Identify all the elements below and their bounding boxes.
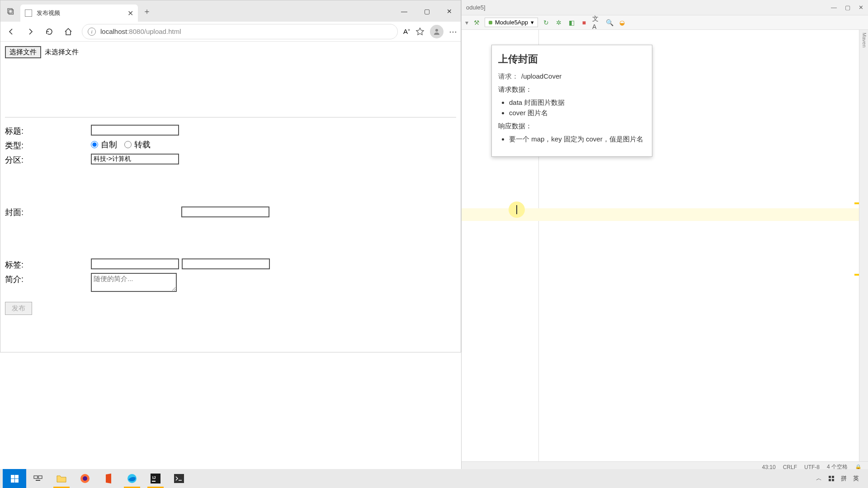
cover-input[interactable] (181, 206, 269, 217)
hammer-build-icon[interactable]: ⚒ (472, 18, 481, 27)
chevron-down-icon: ▾ (531, 19, 534, 26)
ide-toolbar: ▾ ⚒ Module5App ▾ ↻ ✲ ◧ ■ 文A 🔍 ◒ (462, 15, 868, 30)
run-config-dropdown[interactable]: Module5App ▾ (485, 18, 538, 27)
coverage-icon[interactable]: ◧ (567, 18, 576, 27)
folder-icon (56, 473, 67, 484)
browser-toolbar: i localhost:8080/upload.html A» ⋯ (0, 22, 461, 42)
system-tray: ︿ 拼 英 (816, 474, 865, 483)
minimap-mark-icon (854, 202, 859, 204)
intellij-icon: IJ (151, 474, 160, 483)
tag-input-1[interactable] (91, 258, 179, 269)
taskbar-explorer[interactable] (50, 469, 73, 488)
minimap-mark-icon (854, 274, 859, 276)
doc-response-data-label: 响应数据： (498, 122, 646, 131)
doc-request-label: 请求： (498, 72, 519, 81)
tab-actions-button[interactable] (0, 0, 20, 22)
ide-minimize-icon[interactable]: — (831, 4, 837, 11)
page-icon (25, 9, 32, 17)
ime-indicator-2[interactable]: 英 (853, 474, 859, 483)
browser-tab[interactable]: 发布视频 ✕ (20, 5, 138, 22)
category-label: 分区: (5, 154, 91, 165)
file-status-text: 未选择文件 (45, 48, 79, 56)
svg-rect-5 (36, 480, 40, 481)
taskbar-edge[interactable] (120, 469, 144, 488)
title-label: 标题: (5, 125, 91, 136)
svg-text:IJ: IJ (152, 475, 156, 480)
back-button[interactable] (3, 23, 19, 40)
profile-button[interactable] (430, 25, 443, 38)
search-icon[interactable]: 🔍 (605, 18, 614, 27)
svg-point-7 (83, 476, 87, 481)
ide-window-controls: — ▢ ✕ (831, 4, 863, 11)
reload-button[interactable] (41, 23, 57, 40)
maximize-button[interactable]: ▢ (415, 0, 438, 22)
home-icon (64, 27, 73, 36)
category-input[interactable] (91, 154, 179, 164)
start-button[interactable] (3, 469, 26, 488)
svg-rect-15 (829, 479, 831, 481)
task-view-button[interactable] (26, 469, 50, 488)
ide-titlebar: odule5] — ▢ ✕ (462, 0, 868, 15)
ide-editor-area[interactable]: 上传封面 请求： /uploadCover 请求数据： data 封面图片数据 … (462, 30, 859, 461)
minimize-button[interactable]: — (393, 0, 415, 22)
favorites-icon[interactable] (415, 27, 425, 36)
choose-file-button[interactable]: 选择文件 (5, 46, 41, 58)
svg-rect-0 (8, 9, 12, 13)
type-self-radio[interactable] (91, 141, 98, 148)
doc-request-item: cover 图片名 (509, 109, 646, 117)
divider (5, 117, 456, 117)
tray-grid-icon[interactable] (828, 475, 835, 482)
ide-actions-icon[interactable]: ◒ (618, 18, 627, 27)
svg-rect-10 (152, 481, 156, 482)
run-reload-icon[interactable]: ↻ (542, 18, 551, 27)
tags-label: 标签: (5, 258, 91, 270)
read-aloud-icon[interactable]: A» (403, 28, 410, 35)
type-label: 类型: (5, 139, 91, 151)
taskbar-firefox[interactable] (73, 469, 97, 488)
tag-input-2[interactable] (182, 258, 270, 269)
type-self-label: 自制 (101, 139, 117, 150)
title-input[interactable] (91, 125, 179, 136)
browser-titlebar: 发布视频 ✕ ＋ — ▢ ✕ (0, 0, 461, 22)
translate-icon[interactable]: 文A (592, 18, 601, 27)
doc-request-row: 请求： /uploadCover (498, 72, 646, 81)
windows-logo-icon (11, 475, 19, 483)
doc-response-list: 要一个 map，key 固定为 cover，值是图片名 (498, 135, 646, 144)
browser-window: 发布视频 ✕ ＋ — ▢ ✕ i localhost:8080/upload.h… (0, 0, 461, 352)
svg-rect-3 (34, 476, 38, 479)
taskbar-office[interactable] (97, 469, 120, 488)
doc-request-item: data 封面图片数据 (509, 99, 646, 107)
browser-menu-button[interactable]: ⋯ (449, 27, 458, 37)
editor-minimap[interactable] (854, 30, 859, 461)
forward-button[interactable] (22, 23, 38, 40)
type-repost-radio[interactable] (124, 141, 132, 148)
ide-right-sidebar[interactable]: Maven (859, 30, 868, 461)
tray-chevron-up-icon[interactable]: ︿ (816, 474, 822, 483)
ide-close-icon[interactable]: ✕ (859, 4, 863, 11)
person-icon (433, 28, 441, 36)
firefox-icon (80, 473, 90, 484)
tab-close-icon[interactable]: ✕ (127, 9, 133, 18)
ime-indicator-1[interactable]: 拼 (841, 474, 847, 483)
doc-request-list: data 封面图片数据 cover 图片名 (498, 99, 646, 117)
address-bar[interactable]: i localhost:8080/upload.html (82, 24, 398, 39)
publish-button[interactable]: 发布 (5, 302, 32, 315)
documentation-popup: 上传封面 请求： /uploadCover 请求数据： data 封面图片数据 … (491, 45, 652, 157)
new-tab-button[interactable]: ＋ (138, 0, 156, 22)
stop-icon[interactable]: ■ (580, 18, 589, 27)
taskbar-intellij[interactable]: IJ (144, 469, 167, 488)
svg-rect-12 (174, 474, 184, 483)
type-repost-label: 转载 (134, 139, 151, 150)
ide-dropdown-caret-icon[interactable]: ▾ (465, 19, 468, 26)
run-config-name: Module5App (495, 19, 528, 26)
maven-panel-label: Maven (862, 33, 867, 47)
home-button[interactable] (60, 23, 76, 40)
ide-window: odule5] — ▢ ✕ ▾ ⚒ Module5App ▾ ↻ ✲ ◧ ■ 文… (461, 0, 868, 472)
debug-icon[interactable]: ✲ (554, 18, 563, 27)
tags-row: 标签: (5, 258, 456, 270)
taskbar-terminal[interactable] (167, 469, 191, 488)
close-button[interactable]: ✕ (438, 0, 461, 22)
intro-textarea[interactable] (91, 273, 177, 292)
ide-maximize-icon[interactable]: ▢ (845, 4, 850, 11)
site-info-icon[interactable]: i (88, 28, 96, 36)
